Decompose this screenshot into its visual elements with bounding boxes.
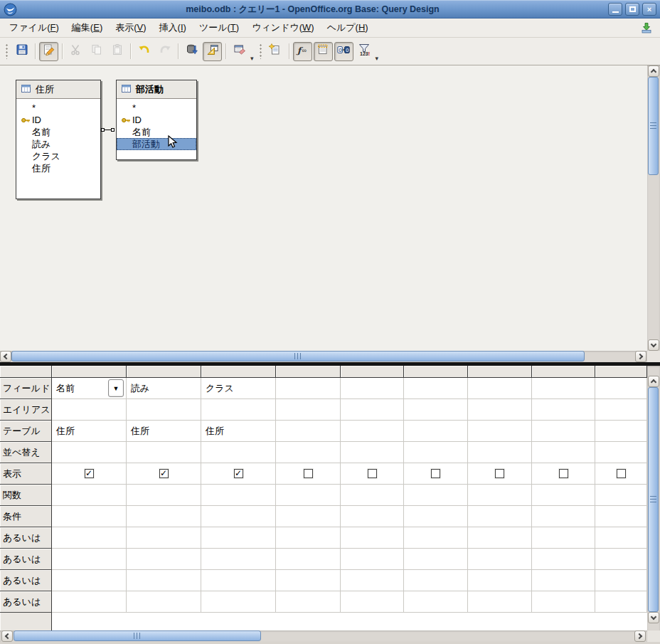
grid-cell-or3-col5[interactable] [341,570,404,591]
design-vscrollbar-thumb[interactable] [648,77,659,175]
grid-column-header-7[interactable] [468,366,532,378]
field-item-読み[interactable]: 読み [16,138,100,150]
menu-insert[interactable]: 挿入(I) [153,19,193,37]
grid-cell-or4-col6[interactable] [404,591,468,613]
grid-cell-or4-col8[interactable] [532,591,595,613]
grid-cell-visible-col6[interactable] [404,463,468,485]
alias-button[interactable]: 00 [334,42,353,61]
menu-view[interactable]: 表示(V) [109,19,152,37]
field-item-クラス[interactable]: クラス [16,150,100,162]
grid-cell-or1-col1[interactable] [52,527,127,549]
grid-cell-table-col5[interactable] [341,421,404,442]
design-scroll-down-button[interactable] [648,339,659,351]
field-item-asterisk[interactable]: * [16,102,100,114]
grid-cell-field-col8[interactable] [532,378,595,399]
grid-cell-function-col9[interactable] [595,485,647,506]
toolbar-overflow-arrow[interactable]: ▾ [250,55,254,62]
grid-cell-table-col8[interactable] [532,421,595,442]
grid-cell-or3-col2[interactable] [127,570,201,591]
visible-checkbox-checked[interactable]: ✓ [85,469,94,478]
field-item-名前[interactable]: 名前 [117,126,196,138]
grid-cell-table-col6[interactable] [404,421,468,442]
menu-window[interactable]: ウィンドウ(W) [245,19,320,37]
design-view-toggle-button[interactable] [203,42,222,61]
grid-cell-sort-col2[interactable] [127,442,201,463]
visible-checkbox-unchecked[interactable] [559,469,568,478]
grid-cell-visible-col8[interactable] [532,463,595,485]
visible-checkbox-checked[interactable]: ✓ [234,469,243,478]
table-window-title[interactable]: 部活動 [117,80,196,99]
grid-column-header-4[interactable] [276,366,341,378]
grid-cell-sort-col1[interactable] [52,442,127,463]
grid-cell-sort-col3[interactable] [201,442,276,463]
grid-cell-or4-col3[interactable] [201,591,276,613]
grid-hscrollbar-thumb[interactable] [14,630,261,641]
save-button[interactable] [12,42,31,61]
grid-cell-or4-col9[interactable] [595,591,647,613]
grid-cell-alias-col3[interactable] [201,399,276,421]
grid-cell-visible-col3[interactable]: ✓ [201,463,276,485]
field-item-部活動[interactable]: 部活動 [117,138,196,150]
grid-cell-or2-col5[interactable] [341,549,404,570]
grid-cell-criterion-col6[interactable] [404,506,468,527]
grid-cell-or4-col2[interactable] [127,591,201,613]
grid-cell-sort-col6[interactable] [404,442,468,463]
visible-checkbox-unchecked[interactable] [617,469,626,478]
clear-query-button[interactable] [230,42,249,61]
grid-cell-or1-col4[interactable] [276,527,341,549]
grid-vscrollbar-track[interactable] [647,366,660,630]
grid-cell-field-col5[interactable] [341,378,404,399]
grid-vscrollbar-thumb[interactable] [648,387,659,612]
grid-cell-or4-col4[interactable] [276,591,341,613]
maximize-button[interactable] [625,3,639,16]
table-name-button[interactable] [314,42,333,61]
design-vscrollbar-track[interactable] [647,65,660,351]
minimize-button[interactable] [608,3,622,16]
design-hscrollbar-thumb[interactable] [11,351,585,361]
grid-cell-table-col3[interactable]: 住所 [201,421,276,442]
join-line[interactable] [105,130,112,130]
menu-help[interactable]: ヘルプ(H) [321,19,375,37]
grid-cell-field-col3[interactable]: クラス [201,378,276,399]
visible-checkbox-unchecked[interactable] [495,469,504,478]
design-scroll-right-button[interactable] [635,351,646,362]
grid-cell-criterion-col8[interactable] [532,506,595,527]
grid-cell-alias-col1[interactable] [52,399,127,421]
field-item-名前[interactable]: 名前 [16,126,100,138]
field-item-住所[interactable]: 住所 [16,162,100,174]
undo-button[interactable] [134,42,154,61]
grid-cell-sort-col5[interactable] [341,442,404,463]
grid-cell-or3-col4[interactable] [276,570,341,591]
toolbar-grip[interactable] [259,43,262,59]
visible-checkbox-unchecked[interactable] [431,469,440,478]
add-table-button[interactable] [266,42,285,61]
table-window-1[interactable]: 住所*ID名前読みクラス住所 [16,80,101,199]
grid-cell-or3-col8[interactable] [532,570,595,591]
grid-scroll-up-button[interactable] [648,376,659,387]
grid-cell-or2-col7[interactable] [468,549,532,570]
grid-cell-criterion-col9[interactable] [595,506,647,527]
grid-cell-alias-col6[interactable] [404,399,468,421]
grid-cell-visible-col1[interactable]: ✓ [52,463,127,485]
titlebar[interactable]: meibo.odb : クエリー1 - OpenOffice.org Base:… [0,0,660,19]
menu-tools[interactable]: ツール(T) [193,19,245,37]
grid-cell-visible-col2[interactable]: ✓ [127,463,201,485]
grid-cell-function-col2[interactable] [127,485,201,506]
design-scroll-left-button[interactable] [0,351,11,362]
grid-scroll-down-button[interactable] [648,612,659,623]
edit-button[interactable] [39,42,58,61]
grid-column-header-5[interactable] [341,366,404,378]
table-window-title[interactable]: 住所 [16,80,100,99]
table-window-2[interactable]: 部活動*ID名前部活動 [116,80,197,160]
grid-cell-visible-col5[interactable] [341,463,404,485]
grid-cell-or2-col8[interactable] [532,549,595,570]
close-button[interactable]: × [642,3,656,16]
grid-cell-criterion-col2[interactable] [127,506,201,527]
grid-column-header-6[interactable] [404,366,468,378]
grid-cell-alias-col5[interactable] [341,399,404,421]
functions-button[interactable]: ƒ∞ [293,42,312,61]
grid-cell-or3-col3[interactable] [201,570,276,591]
grid-cell-or2-col2[interactable] [127,549,201,570]
visible-checkbox-unchecked[interactable] [368,469,377,478]
menu-edit[interactable]: 編集(E) [65,19,109,37]
